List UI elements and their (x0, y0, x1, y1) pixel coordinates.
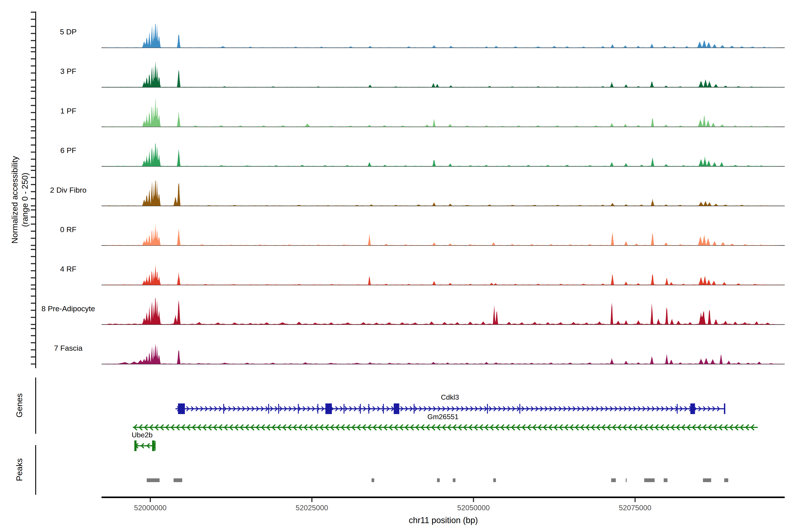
signal-track-5-dp (101, 24, 785, 48)
track-label-0-rf: 0 RF (22, 225, 115, 234)
peaks-panel-label: Peaks (15, 381, 24, 532)
peaks-panel-label-wrap: Peaks (0, 465, 108, 474)
gene-label-cdkl3: Cdkl3 (441, 393, 459, 401)
peak-interval[interactable] (453, 478, 456, 482)
x-tick-label-52025000: 52025000 (296, 504, 328, 512)
track-label-5-dp: 5 DP (22, 27, 115, 36)
track-label-7-fascia: 7 Fascia (22, 344, 115, 353)
peak-interval[interactable] (493, 478, 496, 482)
signal-track-7-fascia (101, 344, 785, 364)
track-label-6-pf: 6 PF (22, 146, 115, 155)
y-axis-label-line1: Normalized accessibility (10, 111, 20, 288)
x-axis-title: chr11 position (bp) (409, 516, 478, 525)
peaks-track (147, 478, 728, 482)
signal-track-3-pf (101, 61, 785, 88)
signal-track-1-pf (101, 97, 785, 127)
track-label-1-pf: 1 PF (22, 107, 115, 115)
peak-interval[interactable] (147, 478, 159, 482)
signal-track-4-rf (101, 265, 785, 285)
track-label-4-rf: 4 RF (22, 265, 115, 273)
y-axis-label-line2: (range 0 - 250) (20, 111, 30, 288)
peak-interval[interactable] (724, 478, 728, 482)
panel-brackets (35, 378, 36, 495)
genome-browser-figure: Normalized accessibility (range 0 - 250)… (0, 0, 798, 532)
x-axis (101, 496, 785, 502)
gene-label-gm26551: Gm26551 (428, 413, 459, 421)
gene-model-cdkl3[interactable] (175, 403, 725, 414)
peak-interval[interactable] (626, 478, 627, 482)
x-tick-label-52075000: 52075000 (619, 504, 651, 512)
gene-label-ube2b: Ube2b (132, 431, 152, 439)
gene-model-gm26551[interactable] (133, 425, 758, 430)
x-tick-label-52000000: 52000000 (134, 504, 167, 512)
track-label-8-pre-adipocyte: 8 Pre-Adipocyte (22, 304, 115, 313)
signal-track-6-pf (101, 143, 785, 167)
gene-model-ube2b[interactable] (134, 440, 156, 451)
peak-interval[interactable] (664, 478, 667, 482)
peak-interval[interactable] (644, 478, 654, 482)
peak-interval[interactable] (372, 478, 374, 482)
track-label-3-pf: 3 PF (22, 67, 115, 76)
peak-interval[interactable] (437, 478, 440, 482)
signal-track-8-pre-adipocyte (101, 298, 785, 325)
peak-interval[interactable] (174, 478, 182, 482)
peak-interval[interactable] (611, 478, 616, 482)
signal-track-0-rf (101, 224, 785, 246)
signal-track-2-div-fibro (101, 180, 785, 206)
tracks-canvas (0, 0, 798, 532)
track-label-2-div-fibro: 2 Div Fibro (22, 186, 115, 194)
peak-interval[interactable] (703, 478, 711, 482)
x-tick-label-52050000: 52050000 (457, 504, 490, 512)
